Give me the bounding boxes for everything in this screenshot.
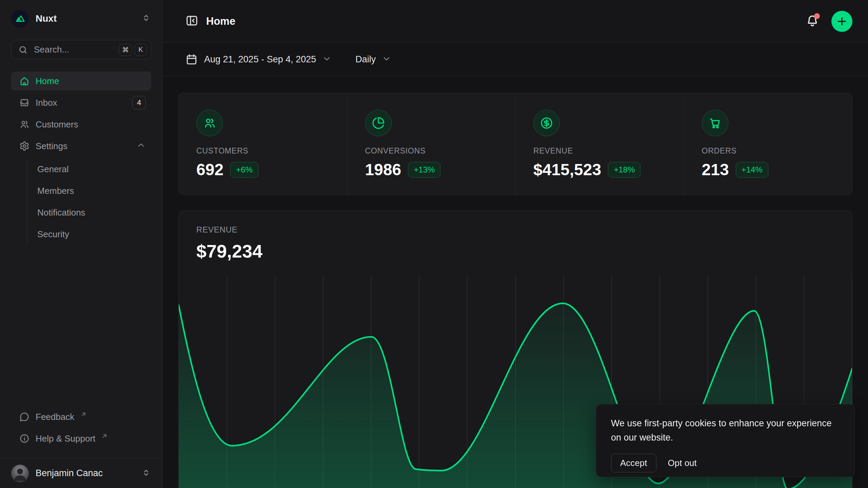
stat-label: ORDERS (702, 146, 835, 156)
sidebar-item-inbox[interactable]: Inbox 4 (11, 93, 151, 112)
user-menu[interactable]: Benjamin Canac (0, 458, 162, 488)
stat-card-revenue: REVENUE $415,523 +18% (515, 93, 684, 196)
sidebar-nav: Home Inbox 4 Customers (11, 72, 151, 245)
calendar-icon (185, 53, 198, 66)
stat-card-conversions: CONVERSIONS 1986 +13% (347, 93, 516, 196)
kbd-k: K (135, 44, 147, 56)
notification-dot (814, 13, 820, 19)
chevron-up-down-icon (141, 13, 151, 24)
inbox-count-badge: 4 (132, 96, 146, 109)
nuxt-logo-icon (11, 10, 29, 27)
stat-change-badge: +18% (608, 162, 640, 178)
stat-label: CUSTOMERS (196, 146, 330, 156)
stat-card-orders: ORDERS 213 +14% (684, 93, 852, 196)
cookie-banner: We use first-party cookies to enhance yo… (596, 404, 855, 477)
accept-button[interactable]: Accept (611, 454, 656, 472)
chat-bubble-icon (19, 412, 29, 422)
users-icon (19, 119, 29, 129)
stat-change-badge: +6% (230, 162, 258, 178)
user-name: Benjamin Canac (36, 468, 134, 479)
feedback-link[interactable]: Feedback (11, 407, 151, 426)
stat-value: 213 (702, 160, 729, 179)
stats-row: CUSTOMERS 692 +6% CONVERSIONS (178, 93, 852, 195)
notifications-button[interactable] (806, 14, 819, 29)
page-title: Home (206, 15, 806, 27)
sidebar-item-settings[interactable]: Settings (11, 137, 151, 156)
revenue-value: $79,234 (179, 235, 852, 262)
chevron-up-icon (136, 140, 146, 152)
chart-pie-icon (365, 110, 392, 136)
search-placeholder: Search... (34, 44, 113, 55)
settings-subnav: General Members Notifications Security (27, 158, 151, 245)
panel-left-close-icon (185, 14, 199, 27)
user-avatar (11, 465, 29, 482)
opt-out-button[interactable]: Opt out (668, 458, 697, 468)
external-link-icon (80, 409, 86, 420)
sidebar-item-general[interactable]: General (37, 158, 151, 180)
stat-label: CONVERSIONS (365, 146, 498, 156)
stat-value: 1986 (365, 160, 401, 179)
stat-label: REVENUE (533, 146, 666, 156)
workspace-switcher[interactable]: Nuxt (11, 2, 151, 35)
stat-value: 692 (196, 160, 223, 179)
plus-icon (836, 15, 848, 27)
shopping-cart-icon (702, 110, 728, 136)
chevron-down-icon (322, 54, 332, 65)
circle-dollar-icon (533, 110, 560, 136)
chevron-down-icon (382, 54, 391, 65)
cookie-message: We use first-party cookies to enhance yo… (611, 416, 840, 445)
external-link-icon (101, 431, 107, 442)
chevron-up-down-icon (141, 468, 151, 479)
stat-change-badge: +13% (408, 162, 440, 178)
info-circle-icon (19, 433, 29, 444)
sidebar-item-label: Settings (36, 141, 130, 151)
gear-icon (19, 141, 29, 151)
home-icon (19, 76, 29, 86)
sidebar-item-label: Home (36, 76, 146, 86)
kbd-cmd: ⌘ (119, 44, 132, 56)
stat-card-customers: CUSTOMERS 692 +6% (179, 93, 347, 196)
search-kbd-shortcut: ⌘ K (119, 44, 147, 56)
help-support-label: Help & Support (36, 433, 95, 444)
search-input[interactable]: Search... ⌘ K (11, 40, 151, 59)
users-icon (196, 110, 223, 136)
revenue-label: REVENUE (179, 211, 852, 235)
workspace-name: Nuxt (36, 13, 134, 24)
sidebar-item-members[interactable]: Members (37, 180, 151, 202)
page-header: Home (163, 0, 868, 43)
sidebar: Nuxt Search... ⌘ K Home (0, 0, 163, 488)
date-range-label: Aug 21, 2025 - Sep 4, 2025 (204, 54, 316, 65)
sidebar-item-notifications[interactable]: Notifications (37, 202, 151, 223)
collapse-sidebar-button[interactable] (185, 14, 199, 29)
add-button[interactable] (831, 11, 852, 32)
feedback-label: Feedback (36, 412, 74, 422)
sidebar-item-home[interactable]: Home (11, 72, 151, 90)
inbox-icon (19, 98, 29, 108)
granularity-select[interactable]: Daily (355, 54, 391, 65)
stat-value: $415,523 (533, 160, 601, 179)
sidebar-item-security[interactable]: Security (37, 223, 151, 245)
date-range-picker[interactable]: Aug 21, 2025 - Sep 4, 2025 (185, 53, 332, 66)
granularity-label: Daily (355, 54, 376, 65)
help-support-link[interactable]: Help & Support (11, 429, 151, 448)
cookie-actions: Accept Opt out (611, 454, 840, 472)
sidebar-item-label: Customers (36, 119, 146, 130)
search-icon (18, 45, 28, 55)
sidebar-footer-links: Feedback Help & Support (11, 407, 151, 448)
filters-bar: Aug 21, 2025 - Sep 4, 2025 Daily (163, 43, 868, 76)
sidebar-item-label: Inbox (36, 98, 126, 108)
stat-change-badge: +14% (736, 162, 768, 178)
sidebar-spacer (11, 245, 151, 407)
sidebar-item-customers[interactable]: Customers (11, 115, 151, 134)
